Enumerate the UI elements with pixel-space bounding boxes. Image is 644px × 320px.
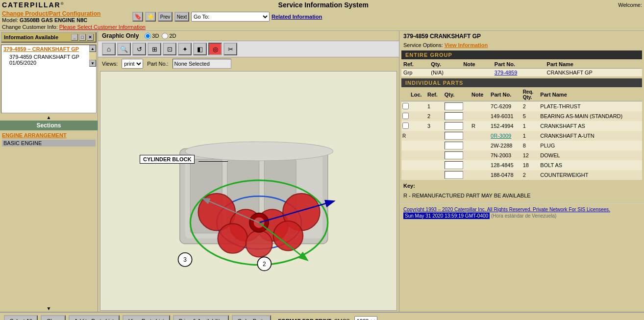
price-availability-button[interactable]: Price & Availability: [173, 315, 229, 320]
explode-tool[interactable]: ✦: [178, 43, 192, 55]
maximize-icon[interactable]: □: [79, 34, 86, 41]
home-tool[interactable]: ⌂: [102, 43, 116, 55]
format-print-label: FORMAT FOR PRINT: [278, 318, 331, 320]
zoom-box-tool[interactable]: ⊞: [148, 43, 161, 55]
table-row: 3R152-49941CRANKSHAFT AS: [401, 121, 642, 131]
view-parts-button[interactable]: View Parts List: [123, 315, 170, 320]
col-ref: Ref.: [401, 60, 429, 69]
clear-button[interactable]: Clear: [41, 315, 65, 320]
callout-box[interactable]: CYLINDER BLOCK: [140, 155, 195, 164]
col-part-no: Part No.: [493, 60, 545, 69]
ind-col-part-no: Part No.: [489, 88, 521, 101]
col-part-name: Part Name: [545, 60, 642, 69]
graphic-header-label: Graphic Only: [102, 32, 139, 39]
image-area: 3 2 CYLINDER BLOCK: [100, 71, 397, 311]
entire-group-table: Ref. Qty. Note Part No. Part Name Grp (N…: [401, 60, 642, 76]
change-product-title[interactable]: Change Product/Part Configuration: [2, 10, 129, 17]
model-info: Model: G3508B GAS ENGINE N8C: [2, 17, 129, 23]
table-row: 2149-60315BEARING AS-MAIN (STANDARD): [401, 111, 642, 121]
active-tool[interactable]: ◎: [208, 43, 222, 55]
zoom-in-tool[interactable]: 🔍: [117, 43, 131, 55]
table-row: 128-484518BOLT AS: [401, 160, 642, 170]
col-note: Note: [461, 60, 493, 69]
part-no-input[interactable]: [173, 59, 231, 69]
part-header: 379-4859 CRANKSHAFT GP: [399, 31, 644, 42]
left-scroll-up[interactable]: ▲: [0, 114, 98, 121]
fit-tool[interactable]: ⊡: [163, 43, 176, 55]
ind-col-ref: Ref.: [425, 88, 443, 101]
datetime-highlight: Sun May 31 2020 13:59:19 GMT-0400: [403, 213, 490, 219]
tree-scroll-down[interactable]: ▼: [89, 60, 96, 67]
tree-scroll-up[interactable]: ▲: [89, 45, 96, 52]
right-panel: 379-4859 CRANKSHAFT GP Service Options: …: [399, 31, 644, 312]
smcs-select[interactable]: 1202: [354, 316, 377, 320]
datetime-suffix: (Hora estándar de Venezuela): [491, 213, 556, 219]
key-label: Key:: [403, 183, 415, 189]
svg-text:2: 2: [263, 261, 266, 268]
ind-col-req-qty: Req.Qty.: [521, 88, 539, 101]
customer-info-label: Change Customer Info:: [2, 24, 58, 30]
key-section: Key:: [399, 180, 644, 192]
related-info-link[interactable]: Related Information: [272, 14, 322, 20]
part-checkbox[interactable]: [402, 123, 409, 129]
order-parts-button[interactable]: Order Parts: [232, 315, 272, 320]
col-qty: Qty.: [429, 60, 461, 69]
table-row: 7N-200312DOWEL: [401, 150, 642, 160]
ind-col-part-name: Part Name: [538, 88, 642, 101]
individual-parts-table: Loc. Ref. Qty. Note Part No. Req.Qty. Pa…: [401, 88, 642, 180]
view-info-link[interactable]: View Information: [445, 42, 488, 48]
cut-tool[interactable]: ✂: [223, 43, 237, 55]
part-checkbox[interactable]: [402, 113, 409, 119]
entire-group-part-no-link[interactable]: 379-4859: [495, 70, 518, 75]
callout-line: [198, 161, 228, 162]
rotate-tool[interactable]: ↺: [132, 43, 146, 55]
svg-point-13: [218, 223, 247, 253]
radio-3d[interactable]: [145, 33, 151, 39]
service-options: Service Options: View Information: [399, 42, 644, 49]
bottom-bar: Select All Clear Add to Parts List View …: [0, 312, 644, 320]
next-button[interactable]: Next: [174, 12, 189, 22]
star-icon[interactable]: ⭐: [145, 12, 156, 22]
add-to-parts-button[interactable]: Add to Parts List: [69, 315, 120, 320]
sidebar-item-basic-engine[interactable]: BASIC ENGINE: [2, 140, 96, 147]
left-scroll-down[interactable]: ▼: [0, 305, 98, 312]
section-tool[interactable]: ◧: [193, 43, 207, 55]
ind-col-loc: Loc.: [410, 88, 425, 101]
customer-info-link[interactable]: Please Select Customer Information: [59, 24, 146, 30]
app-title: Service Information System: [278, 1, 369, 9]
entire-group-header: ENTIRE GROUP: [401, 50, 642, 59]
goto-select[interactable]: Go To:: [191, 12, 270, 22]
welcome-text: Welcome:: [618, 2, 642, 8]
close-icon[interactable]: ✕: [87, 34, 94, 41]
sections-header: Sections: [0, 121, 98, 130]
bookmark-icon[interactable]: 🔖: [132, 12, 143, 22]
logo-text: CATERPILLAR: [2, 1, 61, 9]
key-r-text: R - REMANUFACTURED PART MAY BE AVAILABLE: [399, 192, 644, 199]
views-select[interactable]: print: [122, 59, 143, 69]
engine-svg: 3 2: [100, 72, 396, 310]
entire-group-row: Grp (N/A) 379-4859 CRANKSHAFT GP: [401, 69, 642, 77]
tree-sub-item[interactable]: 379-4859 CRANKSHAFT GP 01/05/2020: [1, 53, 89, 67]
prev-button[interactable]: Prev: [158, 12, 173, 22]
logo: CATERPILLAR®: [2, 1, 64, 9]
ind-col-note: Note: [470, 88, 489, 101]
copyright-section: Copyright 1993 – 2020 Caterpillar Inc. A…: [399, 203, 644, 222]
individual-parts-header: INDIVIDUAL PARTS: [401, 78, 642, 87]
select-all-button[interactable]: Select All: [4, 315, 38, 320]
minimize-icon[interactable]: _: [71, 34, 78, 41]
table-row: 17C-62092PLATE-THRUST: [401, 101, 642, 112]
tree-area: 379-4859 – CRANKSHAFT GP 379-4859 CRANKS…: [1, 45, 97, 113]
sidebar-item-engine-arrangement[interactable]: ENGINE ARRANGEMENT: [2, 132, 96, 138]
info-panel-header: Information Available _ □ ✕: [1, 32, 97, 43]
tree-main-item[interactable]: 379-4859 – CRANKSHAFT GP: [1, 45, 89, 53]
copyright-link[interactable]: Copyright 1993 – 2020 Caterpillar Inc. A…: [403, 207, 610, 212]
table-row: 2W-22888PLUG: [401, 141, 642, 150]
smcs-label: SMCS:: [334, 318, 351, 320]
part-no-link[interactable]: 0R-3009: [491, 133, 511, 139]
radio-2d[interactable]: [162, 33, 168, 39]
ind-col-qty: Qty.: [443, 88, 470, 101]
table-row: 188-04782COUNTERWEIGHT: [401, 170, 642, 180]
part-checkbox[interactable]: [402, 103, 409, 109]
svg-point-15: [246, 230, 272, 257]
svg-point-14: [273, 221, 303, 250]
